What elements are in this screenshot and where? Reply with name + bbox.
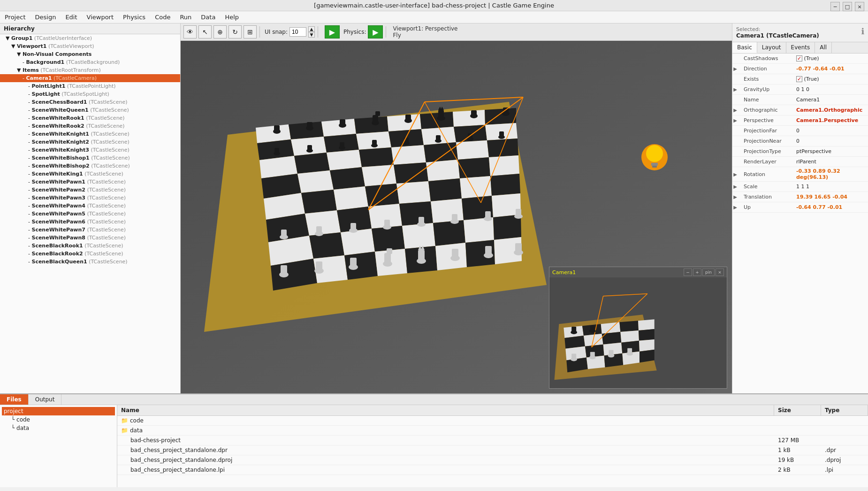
menu-item-project[interactable]: Project: [0, 12, 30, 22]
play-button[interactable]: ▶: [325, 25, 340, 38]
file-row[interactable]: bad_chess_project_standalone.dproj19 kB.…: [117, 455, 868, 465]
menu-item-physics[interactable]: Physics: [118, 12, 150, 22]
hierarchy-tree[interactable]: ▼ Group1 (TCastleUserInterface)▼ Viewpor…: [0, 34, 180, 393]
tree-item-spotlight[interactable]: - SpotLight (TCastleSpotLight): [0, 90, 180, 98]
tree-item-scenewhitepawn4[interactable]: - SceneWhitePawn4 (TCastleScene): [0, 202, 180, 210]
prop-tab-events[interactable]: Events: [786, 42, 815, 53]
viewport-canvas[interactable]: FPS: xxx: [181, 41, 732, 393]
tree-item-scenewhiteknight3[interactable]: - SceneWhiteKnight3 (TCastleScene): [0, 146, 180, 154]
prop-value-projectiontype[interactable]: ptPerspective: [794, 147, 868, 155]
tree-item-scenewhitepawn5[interactable]: - SceneWhitePawn5 (TCastleScene): [0, 210, 180, 218]
prop-expand-scale[interactable]: ▶: [732, 184, 738, 189]
tree-item-scenewhitepawn3[interactable]: - SceneWhitePawn3 (TCastleScene): [0, 194, 180, 202]
tree-item-background1[interactable]: - Background1 (TCastleBackground): [0, 58, 180, 66]
preview-close-btn[interactable]: ×: [716, 269, 724, 276]
minimize-button[interactable]: −: [830, 2, 840, 11]
file-list-rows[interactable]: 📁code📁databad-chess-project127 MBbad_che…: [117, 416, 868, 475]
menu-item-help[interactable]: Help: [220, 12, 244, 22]
menu-item-code[interactable]: Code: [150, 12, 175, 22]
tree-item-scenewhiteknight1[interactable]: - SceneWhiteKnight1 (TCastleScene): [0, 130, 180, 138]
tree-item-scenewhiterook1[interactable]: - SceneWhiteRook1 (TCastleScene): [0, 114, 180, 122]
property-content[interactable]: CastShadows✓ (True)▶Direction-0.77 -0.64…: [732, 54, 868, 393]
file-row[interactable]: 📁code: [117, 416, 868, 426]
tree-item-scenewhitepawn8[interactable]: - SceneWhitePawn8 (TCastleScene): [0, 234, 180, 242]
tree-item-scenewhiteking1[interactable]: - SceneWhiteKing1 (TCastleScene): [0, 170, 180, 178]
prop-tab-layout[interactable]: Layout: [757, 42, 786, 53]
file-tree-item-project[interactable]: project: [2, 407, 115, 415]
tree-item-scenewhitebishop1[interactable]: - SceneWhiteBishop1 (TCastleScene): [0, 154, 180, 162]
prop-value-perspective[interactable]: Camera1.Perspective: [794, 116, 868, 124]
file-row[interactable]: bad_chess_project_standalone.lpi2 kB.lpi: [117, 465, 868, 475]
prop-value-gravityup[interactable]: 0 1 0: [794, 85, 868, 93]
tree-item-non-visual-components[interactable]: ▼ Non-Visual Components: [0, 50, 180, 58]
preview-pin-btn[interactable]: pin: [702, 269, 715, 276]
file-list[interactable]: NameSizeType 📁code📁databad-chess-project…: [117, 405, 868, 487]
prop-tab-basic[interactable]: Basic: [732, 42, 757, 53]
menu-item-run[interactable]: Run: [175, 12, 196, 22]
ui-snap-input[interactable]: [289, 27, 306, 37]
tree-item-sceneblackrook1[interactable]: - SceneBlackRook1 (TCastleScene): [0, 242, 180, 250]
prop-value-projectionfar[interactable]: 0: [794, 127, 868, 135]
move-button[interactable]: ⊕: [213, 25, 227, 38]
prop-expand-rotation[interactable]: ▶: [732, 172, 738, 177]
prop-value-renderlayer[interactable]: rlParent: [794, 158, 868, 166]
prop-expand-gravityup[interactable]: ▶: [732, 87, 738, 92]
preview-plus-btn[interactable]: +: [693, 269, 701, 276]
prop-expand-direction[interactable]: ▶: [732, 66, 738, 71]
tree-item-viewport1[interactable]: ▼ Viewport1 (TCastleViewport): [0, 42, 180, 50]
file-tree-item-data[interactable]: └ data: [2, 424, 115, 432]
physics-play-button[interactable]: ▶: [368, 25, 383, 38]
tree-item-group1[interactable]: ▼ Group1 (TCastleUserInterface): [0, 34, 180, 42]
tree-item-scenewhitepawn7[interactable]: - SceneWhitePawn7 (TCastleScene): [0, 226, 180, 234]
tree-item-scenewhitepawn1[interactable]: - SceneWhitePawn1 (TCastleScene): [0, 178, 180, 186]
prop-value-exists[interactable]: ✓ (True): [794, 75, 868, 83]
menu-item-viewport[interactable]: Viewport: [82, 12, 119, 22]
file-col-name[interactable]: Name: [117, 405, 774, 415]
menu-item-edit[interactable]: Edit: [61, 12, 82, 22]
ui-snap-down[interactable]: ▼: [308, 32, 315, 38]
close-button[interactable]: ×: [855, 2, 864, 11]
preview-minus-btn[interactable]: −: [684, 269, 692, 276]
prop-tab-all[interactable]: All: [815, 42, 832, 53]
file-tree-item-code[interactable]: └ code: [2, 415, 115, 424]
bottom-tab-output[interactable]: Output: [29, 394, 62, 405]
prop-value-scale[interactable]: 1 1 1: [794, 183, 868, 191]
tree-item-scenewhitepawn2[interactable]: - SceneWhitePawn2 (TCastleScene): [0, 186, 180, 194]
bottom-tab-files[interactable]: Files: [0, 394, 29, 405]
file-row[interactable]: 📁data: [117, 426, 868, 436]
prop-expand-translation[interactable]: ▶: [732, 194, 738, 199]
prop-value-name[interactable]: Camera1: [794, 96, 868, 104]
file-col-size[interactable]: Size: [774, 405, 821, 415]
file-row[interactable]: bad-chess-project127 MB: [117, 436, 868, 445]
snap-button[interactable]: ⊞: [244, 25, 257, 38]
cursor-button[interactable]: ↖: [198, 25, 212, 38]
maximize-button[interactable]: □: [843, 2, 852, 11]
prop-value-up[interactable]: -0.64 0.77 -0.01: [794, 203, 868, 211]
tree-item-pointlight1[interactable]: - PointLight1 (TCastlePointLight): [0, 82, 180, 90]
prop-expand-up[interactable]: ▶: [732, 205, 738, 210]
info-icon[interactable]: ℹ: [861, 26, 864, 39]
refresh-button[interactable]: ↻: [228, 25, 242, 38]
tree-item-scenewhitequeen1[interactable]: - SceneWhiteQueen1 (TCastleScene): [0, 106, 180, 114]
prop-expand-orthographic[interactable]: ▶: [732, 107, 738, 113]
tree-item-scenewhitebishop2[interactable]: - SceneWhiteBishop2 (TCastleScene): [0, 162, 180, 170]
prop-value-rotation[interactable]: -0.33 0.89 0.32 deg(96.13): [794, 167, 868, 181]
eye-button[interactable]: 👁: [183, 25, 197, 38]
tree-item-scenewhitepawn6[interactable]: - SceneWhitePawn6 (TCastleScene): [0, 218, 180, 226]
prop-value-direction[interactable]: -0.77 -0.64 -0.01: [794, 65, 868, 73]
prop-value-orthographic[interactable]: Camera1.Orthographic: [794, 106, 868, 114]
prop-value-translation[interactable]: 19.39 16.65 -0.04: [794, 193, 868, 201]
tree-item-scenewhiteknight2[interactable]: - SceneWhiteKnight2 (TCastleScene): [0, 138, 180, 146]
file-col-type[interactable]: Type: [821, 405, 868, 415]
file-tree[interactable]: project └ code └ data: [0, 405, 117, 487]
menu-item-design[interactable]: Design: [30, 12, 61, 22]
tree-item-sceneblackrook2[interactable]: - SceneBlackRook2 (TCastleScene): [0, 250, 180, 258]
prop-expand-perspective[interactable]: ▶: [732, 118, 738, 123]
tree-item-scenewhiterook2[interactable]: - SceneWhiteRook2 (TCastleScene): [0, 122, 180, 130]
ui-snap-up[interactable]: ▲: [308, 26, 315, 32]
file-row[interactable]: bad_chess_project_standalone.dpr1 kB.dpr: [117, 445, 868, 455]
tree-item-scenechessboard1[interactable]: - SceneChessBoard1 (TCastleScene): [0, 98, 180, 106]
tree-item-items[interactable]: ▼ Items (TCastleRootTransform): [0, 66, 180, 74]
prop-value-castshadows[interactable]: ✓ (True): [794, 54, 868, 62]
tree-item-sceneblackqueen1[interactable]: - SceneBlackQueen1 (TCastleScene): [0, 258, 180, 266]
